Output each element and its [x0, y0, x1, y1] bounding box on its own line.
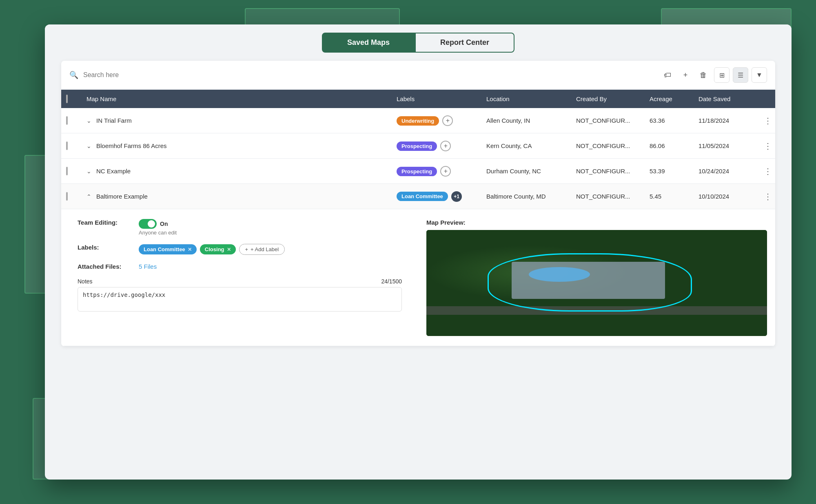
notes-count: 24/1500	[381, 278, 402, 285]
row2-created-by: NOT_CONFIGUR...	[571, 142, 645, 149]
row4-checkbox[interactable]	[66, 192, 68, 201]
row2-expand[interactable]: ⌄	[86, 143, 91, 149]
table-row: ⌄ IN Trial Farm Underwriting + Allen Cou…	[61, 108, 775, 133]
detail-left: Team Editing: On Anyone can edit Labels:	[61, 209, 418, 346]
row4-location: Baltimore County, MD	[481, 193, 571, 200]
toggle-sub-text: Anyone can edit	[139, 230, 177, 236]
row2-labels: Prospecting +	[392, 141, 481, 151]
row1-date-saved: 11/18/2024	[694, 117, 759, 124]
team-editing-toggle[interactable]	[139, 219, 157, 229]
row2-name: ⌄ Bloemhof Farms 86 Acres	[82, 142, 392, 149]
row1-checkbox[interactable]	[66, 116, 68, 125]
remove-loan-committee-btn[interactable]: ✕	[188, 247, 192, 252]
labels-wrap: Loan Committee ✕ Closing ✕ + + Add Label	[139, 244, 285, 255]
col-map-name: Map Name	[82, 95, 392, 102]
col-created-by: Created By	[571, 95, 645, 102]
list-view-button[interactable]: ☰	[733, 67, 748, 83]
row4-more-button[interactable]: ⋮	[764, 192, 772, 201]
row4-label-badge[interactable]: Loan Committee	[397, 192, 448, 201]
table-row: ⌄ NC Example Prospecting + Durham County…	[61, 159, 775, 184]
col-date-saved: Date Saved	[694, 95, 759, 102]
row2-more-button[interactable]: ⋮	[764, 141, 772, 151]
row2-add-label[interactable]: +	[440, 141, 451, 151]
tag-button[interactable]: 🏷	[660, 68, 675, 82]
content-area: 🔍 🏷 + 🗑 ⊞ ☰ ▼ Map Name Labels Location C…	[61, 61, 775, 346]
add-button[interactable]: +	[678, 68, 693, 82]
browser-window: Saved Maps Report Center 🔍 🏷 + 🗑 ⊞ ☰ ▼ M…	[45, 24, 792, 480]
tab-bar: Saved Maps Report Center	[45, 24, 792, 61]
label-loan-committee-badge[interactable]: Loan Committee ✕	[139, 244, 197, 254]
satellite-road	[426, 306, 767, 315]
label-closing-badge[interactable]: Closing ✕	[200, 244, 236, 254]
grid-view-button[interactable]: ⊞	[714, 67, 730, 83]
row1-labels: Underwriting +	[392, 115, 481, 126]
row1-name: ⌄ IN Trial Farm	[82, 117, 392, 124]
filter-button[interactable]: ▼	[752, 67, 767, 83]
notes-label: Notes	[78, 278, 93, 285]
col-acreage: Acreage	[645, 95, 694, 102]
row2-location: Kern County, CA	[481, 142, 571, 149]
files-row: Attached Files: 5 Files	[78, 263, 402, 270]
row3-labels: Prospecting +	[392, 166, 481, 177]
row4-created-by: NOT_CONFIGUR...	[571, 193, 645, 200]
files-label: Attached Files:	[78, 263, 131, 270]
files-link[interactable]: 5 Files	[139, 263, 157, 270]
row1-more-button[interactable]: ⋮	[764, 116, 772, 126]
remove-closing-btn[interactable]: ✕	[227, 247, 231, 252]
add-label-pill[interactable]: + + Add Label	[239, 244, 285, 255]
row3-created-by: NOT_CONFIGUR...	[571, 168, 645, 175]
row1-add-label[interactable]: +	[442, 115, 453, 126]
row4-labels: Loan Committee +1	[392, 191, 481, 202]
table-row: ⌄ Bloemhof Farms 86 Acres Prospecting + …	[61, 133, 775, 159]
row3-more-button[interactable]: ⋮	[764, 166, 772, 176]
col-labels: Labels	[392, 95, 481, 102]
row1-location: Allen County, IN	[481, 117, 571, 124]
search-icon: 🔍	[69, 71, 78, 80]
search-bar: 🔍 🏷 + 🗑 ⊞ ☰ ▼	[61, 61, 775, 90]
row2-date-saved: 11/05/2024	[694, 142, 759, 149]
row3-label-badge[interactable]: Prospecting	[397, 167, 437, 176]
select-all-checkbox[interactable]	[66, 95, 68, 103]
row3-expand[interactable]: ⌄	[86, 168, 91, 175]
row1-expand[interactable]: ⌄	[86, 117, 91, 124]
row1-created-by: NOT_CONFIGUR...	[571, 117, 645, 124]
row4-expand[interactable]: ⌃	[86, 193, 91, 200]
toggle-on-text: On	[160, 221, 168, 227]
table-header: Map Name Labels Location Created By Acre…	[61, 90, 775, 108]
row2-label-badge[interactable]: Prospecting	[397, 141, 437, 151]
labels-row: Labels: Loan Committee ✕ Closing ✕ + + A	[78, 244, 402, 255]
table-row: ⌃ Baltimore Example Loan Committee +1 Ba…	[61, 184, 775, 209]
toggle-wrap: On	[139, 219, 177, 229]
notes-section: Notes 24/1500 https://drive.google/xxx	[78, 278, 402, 313]
row2-checkbox[interactable]	[66, 141, 68, 150]
team-editing-row: Team Editing: On Anyone can edit	[78, 219, 402, 236]
row3-location: Durham County, NC	[481, 168, 571, 175]
tab-saved-maps[interactable]: Saved Maps	[322, 33, 415, 53]
row4-name: ⌃ Baltimore Example	[82, 193, 392, 200]
satellite-pool	[529, 267, 590, 282]
row3-acreage: 53.39	[645, 168, 694, 175]
team-editing-control: On Anyone can edit	[139, 219, 177, 236]
expanded-detail-panel: Team Editing: On Anyone can edit Labels:	[61, 209, 775, 346]
notes-textarea[interactable]: https://drive.google/xxx	[78, 287, 402, 312]
satellite-background	[426, 230, 767, 336]
search-input[interactable]	[83, 71, 655, 79]
row3-date-saved: 10/24/2024	[694, 168, 759, 175]
row2-acreage: 86.06	[645, 142, 694, 149]
notes-header: Notes 24/1500	[78, 278, 402, 285]
row1-acreage: 63.36	[645, 117, 694, 124]
row4-extra-count: +1	[451, 191, 462, 202]
row4-acreage: 5.45	[645, 193, 694, 200]
row3-name: ⌄ NC Example	[82, 168, 392, 175]
map-preview-label: Map Preview:	[426, 219, 767, 226]
detail-right: Map Preview:	[418, 209, 775, 346]
row1-label-badge[interactable]: Underwriting	[397, 116, 439, 126]
row3-add-label[interactable]: +	[440, 166, 451, 177]
tab-report-center[interactable]: Report Center	[415, 33, 514, 53]
col-location: Location	[481, 95, 571, 102]
delete-button[interactable]: 🗑	[696, 68, 711, 82]
add-label-icon: +	[245, 246, 248, 252]
satellite-building	[512, 262, 665, 299]
toolbar-icons: 🏷 + 🗑 ⊞ ☰ ▼	[660, 67, 767, 83]
row3-checkbox[interactable]	[66, 167, 68, 175]
